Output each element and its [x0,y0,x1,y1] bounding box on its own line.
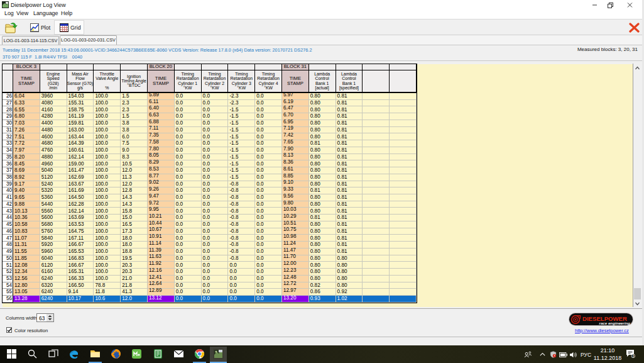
svg-text:3: 3 [632,354,634,358]
